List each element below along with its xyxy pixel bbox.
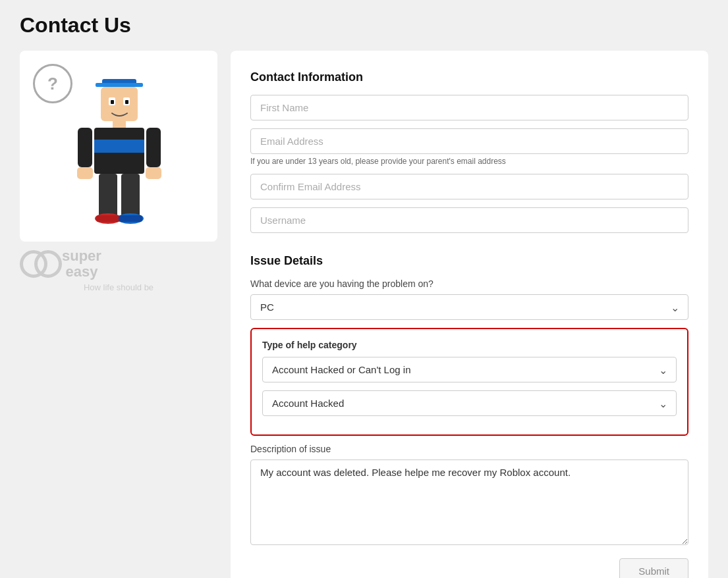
username-input[interactable] xyxy=(250,207,688,233)
device-select-wrapper: PC Mobile Console Tablet ⌄ xyxy=(250,294,688,320)
question-mark-icon: ? xyxy=(33,64,72,103)
device-select[interactable]: PC Mobile Console Tablet xyxy=(250,294,688,320)
svg-rect-1 xyxy=(96,83,143,87)
page-title: Contact Us xyxy=(20,13,708,38)
issue-details-title: Issue Details xyxy=(250,254,688,268)
confirm-email-input[interactable] xyxy=(250,174,688,199)
sub-category-select[interactable]: Account Hacked Can't Log In Forgot Passw… xyxy=(262,390,677,416)
svg-rect-7 xyxy=(113,121,126,128)
svg-rect-12 xyxy=(77,167,93,179)
help-category-select-wrapper: Account Hacked or Can't Log in Billing T… xyxy=(262,357,677,382)
contact-info-title: Contact Information xyxy=(250,70,688,84)
help-category-select[interactable]: Account Hacked or Can't Log in Billing T… xyxy=(262,357,677,382)
issue-section: Issue Details What device are you having… xyxy=(250,254,688,548)
watermark-tagline: How life should be xyxy=(20,282,217,292)
help-category-box: Type of help category Account Hacked or … xyxy=(250,328,688,436)
svg-rect-9 xyxy=(94,140,144,153)
watermark: supereasy How life should be xyxy=(20,248,217,292)
roblox-character xyxy=(68,51,170,242)
submit-button[interactable]: Submit xyxy=(619,558,688,578)
avatar-box: ? xyxy=(20,51,217,242)
svg-rect-13 xyxy=(146,167,161,179)
description-label: Description of issue xyxy=(250,444,688,454)
svg-rect-15 xyxy=(121,174,140,217)
left-panel: ? xyxy=(20,51,217,292)
help-category-label: Type of help category xyxy=(262,340,677,350)
svg-rect-18 xyxy=(96,215,120,222)
form-panel: Contact Information If you are under 13 … xyxy=(231,51,708,578)
device-question-label: What device are you having the problem o… xyxy=(250,278,688,289)
email-input[interactable] xyxy=(250,128,688,154)
submit-row: Submit xyxy=(250,558,688,578)
svg-rect-11 xyxy=(146,128,161,167)
svg-rect-14 xyxy=(99,174,117,217)
svg-rect-5 xyxy=(111,100,114,104)
email-helper-text: If you are under 13 years old, please pr… xyxy=(250,157,688,166)
svg-rect-19 xyxy=(119,215,142,222)
svg-rect-6 xyxy=(125,100,128,104)
sub-category-select-wrapper: Account Hacked Can't Log In Forgot Passw… xyxy=(262,390,677,416)
description-textarea[interactable]: My account was deleted. Please helpe me … xyxy=(250,460,688,545)
svg-rect-10 xyxy=(78,128,92,167)
first-name-input[interactable] xyxy=(250,95,688,120)
